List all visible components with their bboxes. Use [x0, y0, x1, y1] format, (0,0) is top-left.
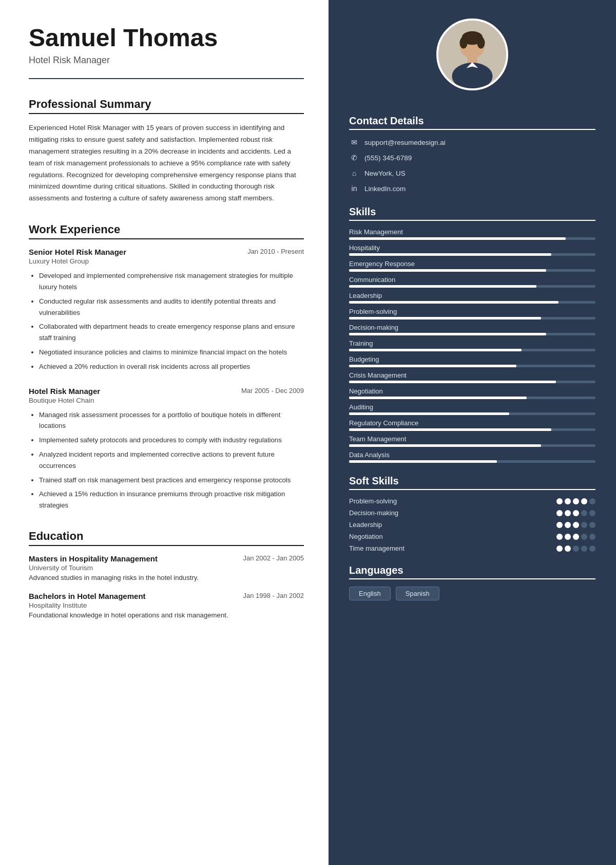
header-divider	[29, 78, 304, 79]
skill-row: Communication	[349, 276, 595, 288]
skill-bar-fill	[349, 412, 509, 415]
soft-skill-name: Time management	[349, 544, 405, 552]
job-company: Luxury Hotel Group	[29, 257, 304, 265]
edu-block: Bachelors in Hotel ManagementJan 1998 - …	[29, 592, 304, 619]
job-bullet: Negotiated insurance policies and claims…	[39, 347, 304, 358]
edu-date: Jan 1998 - Jan 2002	[243, 592, 304, 600]
edu-degree: Bachelors in Hotel Management	[29, 592, 146, 600]
contact-icon: in	[349, 183, 359, 194]
contact-icon: ⌂	[349, 168, 359, 178]
skill-name: Team Management	[349, 435, 595, 443]
soft-skill-name: Problem-solving	[349, 497, 397, 505]
skill-name: Negotiation	[349, 387, 595, 395]
dot-empty	[589, 510, 595, 516]
education-section-title: Education	[29, 530, 304, 546]
edu-description: Advanced studies in managing risks in th…	[29, 574, 304, 581]
job-bullet: Developed and implemented comprehensive …	[39, 270, 304, 293]
skill-name: Risk Management	[349, 228, 595, 236]
job-title: Hotel Risk Manager	[29, 387, 100, 396]
skill-name: Communication	[349, 276, 595, 284]
summary-text: Experienced Hotel Risk Manager with 15 y…	[29, 122, 304, 205]
skill-name: Crisis Management	[349, 371, 595, 379]
contact-section-title: Contact Details	[349, 115, 595, 130]
dot-filled	[556, 498, 563, 504]
skill-name: Regulatory Compliance	[349, 419, 595, 427]
job-header: Senior Hotel Risk ManagerJan 2010 - Pres…	[29, 248, 304, 256]
skill-row: Emergency Response	[349, 260, 595, 272]
avatar	[436, 18, 508, 90]
svg-point-4	[477, 37, 485, 49]
dot-empty	[581, 546, 587, 552]
jobs-container: Senior Hotel Risk ManagerJan 2010 - Pres…	[29, 248, 304, 511]
dot-filled	[573, 522, 579, 528]
candidate-title: Hotel Risk Manager	[29, 55, 304, 66]
contact-container: ✉support@resumedesign.ai✆(555) 345-6789⌂…	[349, 137, 595, 194]
job-date: Jan 2010 - Present	[247, 248, 304, 255]
skills-section-title: Skills	[349, 206, 595, 221]
skill-bar-fill	[349, 428, 551, 431]
languages-section: Languages EnglishSpanish	[349, 565, 595, 600]
dot-filled	[573, 498, 579, 504]
edu-header: Bachelors in Hotel ManagementJan 1998 - …	[29, 592, 304, 600]
skill-name: Decision-making	[349, 324, 595, 331]
right-column: Contact Details ✉support@resumedesign.ai…	[329, 0, 616, 865]
soft-skill-row: Time management	[349, 544, 595, 552]
skill-bar-bg	[349, 317, 595, 319]
skill-row: Hospitality	[349, 244, 595, 256]
candidate-name: Samuel Thomas	[29, 25, 304, 52]
dot-filled	[565, 534, 571, 540]
soft-skill-row: Decision-making	[349, 509, 595, 517]
soft-skills-container: Problem-solvingDecision-makingLeadership…	[349, 497, 595, 552]
skill-bar-bg	[349, 237, 595, 240]
skill-bar-bg	[349, 412, 595, 415]
soft-skill-dots	[556, 522, 595, 528]
dot-empty	[589, 534, 595, 540]
skill-row: Negotiation	[349, 387, 595, 399]
edu-degree: Masters in Hospitality Management	[29, 554, 158, 563]
language-badge: English	[349, 587, 391, 600]
soft-skill-name: Negotiation	[349, 533, 383, 540]
dot-empty	[581, 510, 587, 516]
job-bullet: Achieved a 15% reduction in insurance pr…	[39, 488, 304, 511]
language-badge: Spanish	[396, 587, 439, 600]
soft-skill-row: Leadership	[349, 521, 595, 529]
dot-empty	[589, 522, 595, 528]
edu-description: Foundational knowledge in hotel operatio…	[29, 611, 304, 619]
job-bullet: Implemented safety protocols and procedu…	[39, 435, 304, 446]
skill-bar-bg	[349, 397, 595, 399]
contact-item: inLinkedIn.com	[349, 183, 595, 194]
job-title: Senior Hotel Risk Manager	[29, 248, 126, 256]
skill-row: Risk Management	[349, 228, 595, 240]
skill-row: Decision-making	[349, 324, 595, 335]
skill-bar-bg	[349, 269, 595, 272]
skill-row: Data Analysis	[349, 451, 595, 463]
skills-container: Risk ManagementHospitalityEmergency Resp…	[349, 228, 595, 463]
skill-bar-fill	[349, 349, 522, 351]
lang-container: EnglishSpanish	[349, 587, 595, 600]
job-bullet: Conducted regular risk assessments and a…	[39, 296, 304, 318]
soft-skills-section-title: Soft Skills	[349, 475, 595, 490]
contact-item: ✆(555) 345-6789	[349, 153, 595, 163]
contact-text: LinkedIn.com	[364, 185, 406, 193]
dot-empty	[589, 498, 595, 504]
skill-bar-fill	[349, 333, 546, 335]
soft-skill-dots	[556, 498, 595, 504]
job-block: Senior Hotel Risk ManagerJan 2010 - Pres…	[29, 248, 304, 372]
contact-item: ✉support@resumedesign.ai	[349, 137, 595, 147]
contact-item: ⌂NewYork, US	[349, 168, 595, 178]
contact-section: Contact Details ✉support@resumedesign.ai…	[349, 115, 595, 194]
dot-filled	[581, 498, 587, 504]
dot-filled	[556, 522, 563, 528]
skill-bar-fill	[349, 444, 541, 447]
skill-bar-bg	[349, 349, 595, 351]
edu-header: Masters in Hospitality ManagementJan 200…	[29, 554, 304, 563]
skill-bar-bg	[349, 444, 595, 447]
edu-institution: University of Tourism	[29, 564, 304, 572]
dot-filled	[565, 498, 571, 504]
skill-bar-bg	[349, 381, 595, 383]
skill-row: Auditing	[349, 403, 595, 415]
avatar-wrap	[349, 0, 595, 103]
soft-skill-row: Negotiation	[349, 533, 595, 540]
job-header: Hotel Risk ManagerMar 2005 - Dec 2009	[29, 387, 304, 396]
work-experience-section: Work Experience Senior Hotel Risk Manage…	[29, 223, 304, 511]
